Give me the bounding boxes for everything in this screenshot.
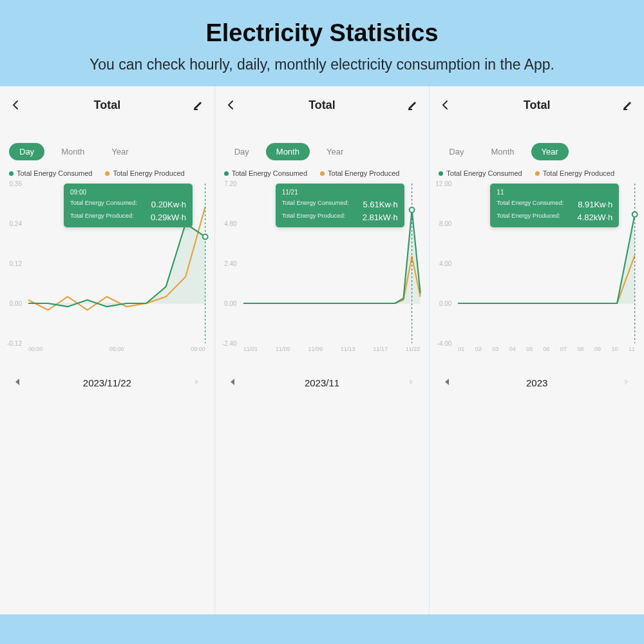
y-axis-ticks: 0.360.240.120.00-0.12 — [3, 184, 24, 343]
tab-year[interactable]: Year — [101, 143, 138, 160]
next-date-icon[interactable] — [193, 377, 200, 388]
back-icon[interactable] — [9, 98, 23, 112]
tab-year[interactable]: Year — [531, 143, 569, 160]
tab-day[interactable]: Day — [224, 143, 260, 160]
svg-point-5 — [409, 207, 414, 213]
legend-consumed-dot — [224, 171, 229, 176]
range-tabs: Day Month Year — [430, 122, 644, 169]
y-axis-ticks: 7.204.802.400.00-2.40 — [218, 184, 240, 343]
y-axis-ticks: 12.008.004.000.00-4.00 — [432, 184, 454, 343]
legend-produced-label: Total Energy Produced — [113, 169, 184, 177]
legend-consumed-label: Total Energy Consumed — [446, 169, 522, 177]
titlebar-label: Total — [524, 99, 551, 112]
x-axis-ticks: 11/0111/0511/0911/1311/1711/22 — [243, 346, 421, 357]
back-icon[interactable] — [439, 98, 453, 112]
tooltip-header: 09:00 — [70, 187, 186, 197]
date-label: 2023 — [526, 377, 547, 388]
legend-consumed-label: Total Energy Consumed — [17, 169, 92, 177]
tooltip-consumed-value: 5.61Kw·h — [363, 198, 397, 211]
x-axis-ticks: 0102030405060708091011 — [458, 346, 635, 357]
panel-day: Total Day Month Year Total Energy Consum… — [0, 86, 215, 614]
panels-row: Total Day Month Year Total Energy Consum… — [0, 86, 644, 614]
chart-area: 09:00 Total Energy Consumed:0.20Kw·h Tot… — [3, 184, 209, 357]
chart-tooltip: 11 Total Energy Consumed:8.91Kw·h Total … — [490, 184, 619, 227]
chart-legend: Total Energy Consumed Total Energy Produ… — [0, 169, 214, 181]
next-date-icon[interactable] — [623, 377, 630, 388]
legend-produced-dot — [320, 171, 325, 176]
tab-day[interactable]: Day — [439, 143, 474, 160]
tooltip-produced-label: Total Energy Produced: — [497, 211, 560, 224]
tooltip-consumed-label: Total Energy Consumed: — [497, 198, 564, 211]
tab-day[interactable]: Day — [9, 143, 44, 160]
legend-produced-dot — [105, 171, 109, 176]
titlebar-label: Total — [308, 99, 336, 112]
panel-month: Total Day Month Year Total Energy Consum… — [215, 86, 430, 614]
tab-year[interactable]: Year — [316, 143, 354, 160]
chart-legend: Total Energy Consumed Total Energy Produ… — [430, 169, 644, 181]
chart-tooltip: 11/21 Total Energy Consumed:5.61Kw·h Tot… — [276, 184, 404, 227]
chart-tooltip: 09:00 Total Energy Consumed:0.20Kw·h Tot… — [64, 184, 193, 227]
tooltip-consumed-label: Total Energy Consumed: — [70, 198, 137, 211]
legend-produced-label: Total Energy Produced — [328, 169, 399, 177]
tab-month[interactable]: Month — [480, 143, 524, 160]
tooltip-header: 11/21 — [282, 187, 398, 197]
tooltip-produced-label: Total Energy Produced: — [70, 211, 134, 224]
chart-area: 11/21 Total Energy Consumed:5.61Kw·h Tot… — [218, 184, 424, 357]
back-icon[interactable] — [224, 98, 238, 112]
next-date-icon[interactable] — [408, 377, 415, 388]
page-title: Electricity Statistics — [26, 19, 618, 47]
tooltip-produced-value: 0.29kW·h — [151, 211, 186, 224]
legend-consumed-dot — [9, 171, 14, 176]
tooltip-produced-value: 2.81kW·h — [363, 211, 398, 224]
legend-consumed-dot — [439, 171, 443, 176]
edit-icon[interactable] — [406, 98, 420, 112]
prev-date-icon[interactable] — [229, 377, 236, 388]
date-label: 2023/11/22 — [83, 377, 131, 388]
svg-point-8 — [632, 212, 638, 217]
prev-date-icon[interactable] — [14, 377, 21, 388]
edit-icon[interactable] — [621, 98, 635, 112]
tooltip-produced-value: 4.82kW·h — [577, 211, 612, 224]
legend-produced-label: Total Energy Produced — [543, 169, 614, 177]
chart-legend: Total Energy Consumed Total Energy Produ… — [215, 169, 430, 181]
tooltip-header: 11 — [497, 187, 612, 197]
tooltip-produced-label: Total Energy Produced: — [282, 211, 346, 224]
date-label: 2023/11 — [305, 377, 339, 388]
legend-produced-dot — [535, 171, 540, 176]
tab-month[interactable]: Month — [51, 143, 95, 160]
panel-year: Total Day Month Year Total Energy Consum… — [430, 86, 644, 614]
range-tabs: Day Month Year — [0, 122, 214, 169]
legend-consumed-label: Total Energy Consumed — [232, 169, 307, 177]
tooltip-consumed-label: Total Energy Consumed: — [282, 198, 349, 211]
range-tabs: Day Month Year — [215, 122, 430, 169]
page-subtitle: You can check hourly, daily, monthly ele… — [26, 56, 618, 73]
edit-icon[interactable] — [191, 98, 205, 112]
tooltip-consumed-value: 0.20Kw·h — [151, 198, 186, 211]
x-axis-ticks: 00:0005:0009:00 — [28, 346, 205, 357]
tooltip-consumed-value: 8.91Kw·h — [578, 198, 612, 211]
svg-point-2 — [203, 234, 208, 240]
tab-month[interactable]: Month — [266, 143, 310, 160]
titlebar-label: Total — [94, 99, 121, 112]
chart-area: 11 Total Energy Consumed:8.91Kw·h Total … — [432, 184, 639, 357]
prev-date-icon[interactable] — [444, 377, 451, 388]
